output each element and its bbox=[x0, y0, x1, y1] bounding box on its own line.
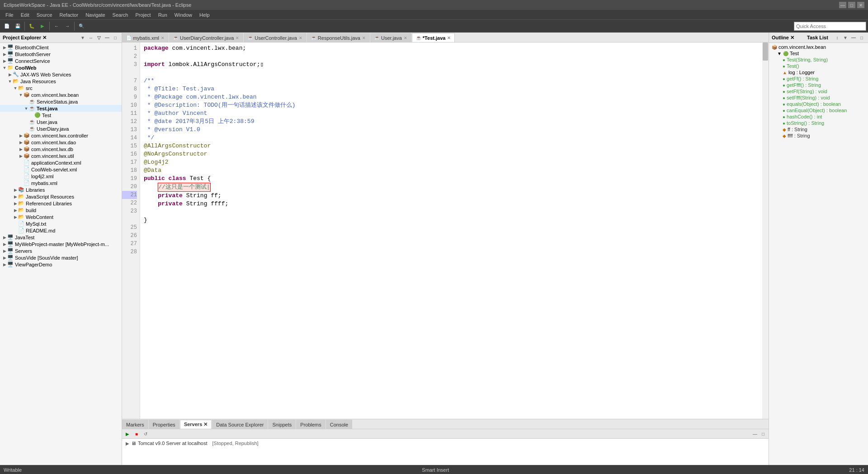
server-expand-arrow[interactable]: ▶ bbox=[126, 441, 129, 446]
menu-file[interactable]: File bbox=[2, 11, 17, 19]
tree-item-appcontext-xml[interactable]: 📄applicationContext.xml bbox=[0, 159, 122, 166]
outline-item-getffff[interactable]: ●getFfff() : String bbox=[771, 82, 866, 88]
run-button[interactable]: ▶ bbox=[38, 21, 47, 31]
back-button[interactable]: ← bbox=[52, 21, 61, 31]
btab-servers[interactable]: Servers ✕ bbox=[180, 420, 212, 429]
tree-item-service-status[interactable]: ☕ServiceStatus.java bbox=[0, 98, 122, 105]
minimize-panel-button[interactable]: — bbox=[104, 34, 111, 41]
tree-item-mywebproject[interactable]: ▶🖥️MyWebProject-master [MyWebProject-m..… bbox=[0, 241, 122, 247]
tree-item-test-java[interactable]: ▼☕Test.java bbox=[0, 105, 122, 112]
outline-item-canequal[interactable]: ●canEqual(Object) : boolean bbox=[771, 107, 866, 114]
tab-close-test[interactable]: ✕ bbox=[447, 36, 451, 40]
tab-test-java[interactable]: ☕*Test.java✕ bbox=[412, 33, 455, 42]
tab-user-controller[interactable]: ☕UserController.java✕ bbox=[244, 33, 307, 42]
close-button[interactable]: ✕ bbox=[857, 2, 864, 8]
stop-server-button[interactable]: ■ bbox=[133, 430, 140, 437]
tree-item-log4j2-xml[interactable]: 📄log4j2.xml bbox=[0, 173, 122, 180]
btab-markers[interactable]: Markers bbox=[122, 420, 148, 429]
btab-properties[interactable]: Properties bbox=[149, 420, 179, 429]
minimize-button[interactable]: — bbox=[839, 2, 846, 8]
menu-refactor[interactable]: Refactor bbox=[56, 11, 82, 19]
menu-run[interactable]: Run bbox=[155, 11, 171, 19]
outline-minimize-button[interactable]: — bbox=[850, 34, 857, 41]
maximize-button[interactable]: □ bbox=[848, 2, 855, 8]
save-button[interactable]: 💾 bbox=[13, 21, 23, 31]
outline-item-setffff[interactable]: ●setFfff(String) : void bbox=[771, 95, 866, 101]
outline-maximize-button[interactable]: □ bbox=[858, 34, 865, 41]
tree-item-dao-pkg[interactable]: ▶📦com.vincent.lwx.dao bbox=[0, 139, 122, 146]
outline-item-getff[interactable]: ●getFf() : String bbox=[771, 76, 866, 82]
tree-item-bluetooth-server[interactable]: ▶🖥️BluetoothServer bbox=[0, 51, 122, 57]
tree-item-util-pkg[interactable]: ▶📦com.vincent.lwx.util bbox=[0, 152, 122, 159]
debug-button[interactable]: 🐛 bbox=[27, 21, 37, 31]
code-editor[interactable]: 1 2 3 7 8 9 10 11 12 13 14 15 16 17 18 1… bbox=[122, 43, 769, 419]
quick-access-input[interactable] bbox=[794, 22, 866, 31]
tab-response-utils[interactable]: ☕ResponseUtils.java✕ bbox=[307, 33, 370, 42]
tab-close-mybatis[interactable]: ✕ bbox=[161, 36, 165, 40]
outline-item-equals[interactable]: ●equals(Object) : boolean bbox=[771, 101, 866, 107]
search-button[interactable]: 🔍 bbox=[76, 21, 86, 31]
tree-item-db-pkg[interactable]: ▶📦com.vincent.lwx.db bbox=[0, 146, 122, 152]
minimize-bottom-button[interactable]: — bbox=[751, 430, 759, 437]
tree-item-build[interactable]: ▶📂build bbox=[0, 207, 122, 213]
btab-problems[interactable]: Problems bbox=[296, 420, 325, 429]
outline-sort-button[interactable]: ↕ bbox=[834, 34, 841, 41]
btab-snippets[interactable]: Snippets bbox=[268, 420, 296, 429]
restart-server-button[interactable]: ↺ bbox=[142, 430, 149, 437]
view-menu-button[interactable]: ▽ bbox=[95, 34, 103, 41]
tree-item-mysql-txt[interactable]: 📄MySql.txt bbox=[0, 220, 122, 227]
tree-item-javatest[interactable]: ▶🖥️JavaTest bbox=[0, 234, 122, 241]
tab-close-response[interactable]: ✕ bbox=[362, 36, 366, 40]
tree-item-java-resources[interactable]: ▼📂Java Resources bbox=[0, 78, 122, 85]
outline-item-constructor1[interactable]: ●Test(String, String) bbox=[771, 57, 866, 63]
tab-close-user[interactable]: ✕ bbox=[404, 36, 407, 40]
outline-item-tostring[interactable]: ●toString() : String bbox=[771, 120, 866, 126]
menu-project[interactable]: Project bbox=[132, 11, 154, 19]
code-content[interactable]: package com.vincent.lwx.bean; import lom… bbox=[140, 43, 762, 419]
tree-item-jax-ws[interactable]: ▶🔧JAX-WS Web Services bbox=[0, 71, 122, 78]
tab-user-java[interactable]: ☕User.java✕ bbox=[370, 33, 411, 42]
tree-item-readme[interactable]: 📄README.md bbox=[0, 227, 122, 234]
tree-item-coolweb[interactable]: ▼📁CoolWeb bbox=[0, 64, 122, 71]
tree-item-src[interactable]: ▼📂src bbox=[0, 85, 122, 91]
tree-item-connect-service[interactable]: ▶🖥️ConnectService bbox=[0, 57, 122, 64]
tree-item-userdiary-java[interactable]: ☕UserDiary.java bbox=[0, 125, 122, 132]
maximize-panel-button[interactable]: □ bbox=[112, 34, 119, 41]
collapse-all-button[interactable]: ▼ bbox=[79, 34, 86, 41]
tree-item-js-resources[interactable]: ▶📂JavaScript Resources bbox=[0, 193, 122, 200]
outline-item-ff-field[interactable]: ◆ff : String bbox=[771, 126, 866, 133]
tab-userdiary-controller[interactable]: ☕UserDiaryController.java✕ bbox=[169, 33, 243, 42]
outline-item-setff[interactable]: ●setFf(String) : void bbox=[771, 88, 866, 95]
menu-source[interactable]: Source bbox=[33, 11, 56, 19]
menu-edit[interactable]: Edit bbox=[17, 11, 33, 19]
outline-collapse-button[interactable]: ▼ bbox=[842, 34, 849, 41]
start-server-button[interactable]: ▶ bbox=[124, 430, 131, 437]
menu-search[interactable]: Search bbox=[109, 11, 132, 19]
outline-item-package[interactable]: 📦com.vincent.lwx.bean bbox=[771, 44, 866, 50]
tree-item-coolweb-servlet-xml[interactable]: 📄CoolWeb-servlet.xml bbox=[0, 166, 122, 173]
tree-item-libraries[interactable]: ▶📚Libraries bbox=[0, 186, 122, 193]
tree-item-webcontent[interactable]: ▶📂WebContent bbox=[0, 213, 122, 220]
maximize-bottom-button[interactable]: □ bbox=[760, 430, 767, 437]
tab-close-userdiary[interactable]: ✕ bbox=[236, 36, 239, 40]
outline-item-class[interactable]: ▼🟢Test bbox=[771, 50, 866, 57]
outline-item-constructor2[interactable]: ●Test() bbox=[771, 63, 866, 69]
menu-navigate[interactable]: Navigate bbox=[82, 11, 108, 19]
btab-console[interactable]: Console bbox=[326, 420, 352, 429]
new-button[interactable]: 📄 bbox=[2, 21, 12, 31]
tree-item-bluetooth-client[interactable]: ▶🖥️BluetoothClient bbox=[0, 44, 122, 51]
tree-item-controller-pkg[interactable]: ▶📦com.vincent.lwx.controller bbox=[0, 132, 122, 139]
tree-item-user-java[interactable]: ☕User.java bbox=[0, 118, 122, 125]
tab-close-usercontroller[interactable]: ✕ bbox=[299, 36, 302, 40]
server-row[interactable]: ▶ 🖥 Tomcat v9.0 Server at localhost [Sto… bbox=[122, 439, 769, 448]
tree-item-test-class[interactable]: 🟢Test bbox=[0, 112, 122, 118]
tree-item-referenced-libs[interactable]: ▶📂Referenced Libraries bbox=[0, 200, 122, 207]
menu-help[interactable]: Help bbox=[196, 11, 213, 19]
tree-item-mybatis-xml[interactable]: 📄mybatis.xml bbox=[0, 180, 122, 186]
tree-item-sousvide[interactable]: ▶🖥️SousVide [SousVide master] bbox=[0, 254, 122, 261]
tab-mybatis-xml[interactable]: 📄mybatis.xml✕ bbox=[122, 33, 169, 42]
forward-button[interactable]: → bbox=[62, 21, 72, 31]
outline-item-ffff-field[interactable]: ◆ffff : String bbox=[771, 133, 866, 139]
editor-vertical-scrollbar[interactable] bbox=[762, 43, 769, 419]
outline-item-log[interactable]: ▲log : Logger bbox=[771, 69, 866, 76]
